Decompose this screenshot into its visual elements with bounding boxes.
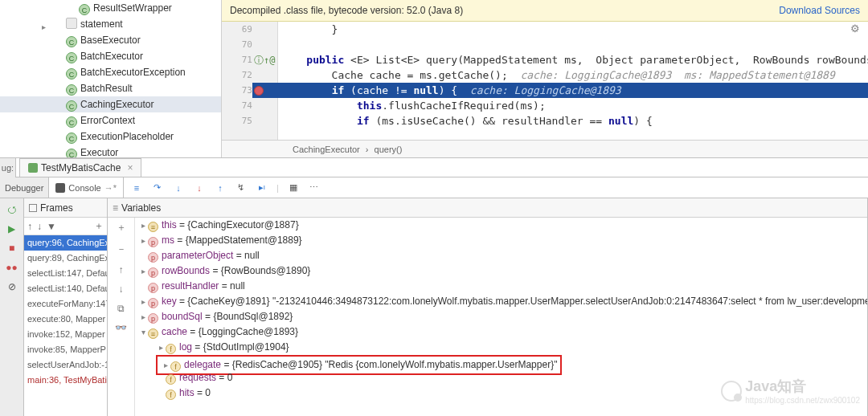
frames-header: Frames: [24, 198, 107, 218]
debug-toolbar: Debugger Console →* ≡ ↷ ↓ ↓ ↑ ↯ ▸I | ▦ ⋯: [0, 177, 868, 198]
evaluate-expression-icon[interactable]: ▦: [287, 181, 300, 194]
decompiled-banner: Decompiled .class file, bytecode version…: [222, 0, 868, 22]
run-to-cursor-icon[interactable]: ▸I: [256, 181, 268, 194]
variable-row[interactable]: frequests = 0: [135, 370, 867, 385]
variable-row[interactable]: presultHandler = null: [135, 279, 867, 294]
variable-row[interactable]: ▸fdelegate = {RedisCache@1905} "Redis {c…: [135, 355, 867, 370]
class-icon: C: [66, 116, 77, 128]
next-frame-icon[interactable]: ↓: [37, 221, 42, 232]
var-badge-icon: p: [148, 298, 158, 308]
var-badge-icon: p: [148, 237, 158, 247]
tree-item-resultsetwrapper[interactable]: CResultSetWrapper: [0, 0, 221, 16]
variable-row[interactable]: ▸pkey = {CacheKey@1891} "-2132410446:349…: [135, 294, 867, 309]
class-icon: C: [66, 52, 77, 63]
gear-icon[interactable]: ⚙: [850, 22, 863, 35]
close-icon[interactable]: ×: [127, 159, 133, 177]
override-icon[interactable]: ⓘ↑@: [254, 55, 275, 66]
breadcrumb-class[interactable]: CachingExecutor: [293, 145, 360, 154]
exception-icon: C: [66, 68, 77, 80]
variables-panel: ≡ Variables ＋ － ↑ ↓ ⧉ 👓 ▸≡this = {Cachin…: [108, 198, 868, 416]
tab-testmybatiscache[interactable]: TestMyBatisCache ×: [19, 158, 141, 177]
code-line-70[interactable]: 70: [222, 37, 868, 52]
variable-row[interactable]: pparameterObject = null: [135, 248, 867, 263]
mute-breakpoints-icon[interactable]: ⊘: [6, 280, 18, 293]
tree-item-executionplaceholder[interactable]: CExecutionPlaceholder: [0, 128, 221, 145]
tree-item-baseexecutor[interactable]: CBaseExecutor: [0, 32, 221, 48]
console-tab[interactable]: Console →*: [49, 177, 124, 198]
variable-row[interactable]: ▾≡cache = {LoggingCache@1893}: [135, 324, 867, 340]
frame-item[interactable]: query:89, CachingEx: [24, 251, 107, 266]
copy-icon[interactable]: ⧉: [117, 303, 125, 314]
down-icon[interactable]: ↓: [119, 283, 124, 295]
frame-item[interactable]: selectList:140, Defau: [24, 281, 107, 296]
tree-item-cachingexecutor[interactable]: CCachingExecutor: [0, 96, 221, 112]
debug-left-toolbar: ⭯ ▶ ■ ●● ⊘: [0, 198, 24, 416]
code-line-73[interactable]: 73 if (cache != null) { cache: LoggingCa…: [222, 83, 868, 98]
class-icon: C: [79, 4, 90, 15]
frame-item[interactable]: selectList:147, Defau: [24, 266, 107, 281]
frame-item[interactable]: main:36, TestMyBati: [24, 373, 107, 388]
variable-row[interactable]: ▸pboundSql = {BoundSql@1892}: [135, 309, 867, 324]
add-frame-icon[interactable]: ＋: [94, 219, 104, 233]
add-watch-icon[interactable]: ＋: [117, 221, 126, 235]
tree-item-errorcontext[interactable]: CErrorContext: [0, 112, 221, 128]
show-execution-point-icon[interactable]: ≡: [130, 181, 143, 194]
var-badge-icon: f: [166, 374, 176, 385]
download-sources-link[interactable]: Download Sources: [779, 5, 860, 16]
tree-item-executor[interactable]: CExecutor: [0, 145, 221, 157]
package-icon: [66, 18, 77, 29]
frames-icon: [29, 204, 37, 212]
frame-item[interactable]: invoke:152, Mapper: [24, 327, 107, 342]
variable-row[interactable]: ▸≡this = {CachingExecutor@1887}: [135, 218, 867, 233]
editor-panel: Decompiled .class file, bytecode version…: [222, 0, 868, 157]
variable-row[interactable]: ▸pms = {MappedStatement@1889}: [135, 233, 867, 248]
step-out-icon[interactable]: ↑: [214, 181, 227, 194]
remove-watch-icon[interactable]: －: [117, 243, 126, 256]
code-area[interactable]: 69 }7071ⓘ↑@ public <E> List<E> query(Map…: [222, 22, 868, 140]
var-badge-icon: ≡: [148, 328, 158, 339]
glasses-icon[interactable]: 👓: [115, 322, 127, 333]
frames-tools: ↑ ↓ ▼ ＋: [24, 218, 107, 235]
frame-item[interactable]: execute:80, Mapper: [24, 312, 107, 327]
prev-frame-icon[interactable]: ↑: [27, 221, 32, 232]
debugger-tab[interactable]: Debugger: [0, 177, 49, 198]
drop-frame-icon[interactable]: ↯: [235, 181, 248, 194]
breadcrumb-method[interactable]: query(): [375, 145, 403, 154]
tree-item-batchexecutor[interactable]: CBatchExecutor: [0, 48, 221, 64]
class-icon: C: [66, 149, 77, 157]
tree-item-statement[interactable]: ▸statement: [0, 16, 221, 32]
breadcrumb[interactable]: CachingExecutor › query(): [222, 140, 868, 157]
variable-row[interactable]: fhits = 0: [135, 385, 867, 401]
code-line-74[interactable]: 74 this.flushCacheIfRequired(ms);: [222, 98, 868, 113]
tree-item-batchexecutorexception[interactable]: CBatchExecutorException: [0, 64, 221, 80]
variables-header: ≡ Variables: [108, 198, 867, 218]
class-icon: C: [66, 36, 77, 47]
code-line-75[interactable]: 75 if (ms.isUseCache() && resultHandler …: [222, 113, 868, 128]
step-into-icon[interactable]: ↓: [172, 181, 185, 194]
code-line-72[interactable]: 72 Cache cache = ms.getCache(); cache: L…: [222, 67, 868, 83]
breakpoint-icon[interactable]: [254, 86, 264, 96]
force-step-into-icon[interactable]: ↓: [193, 181, 206, 194]
stop-icon[interactable]: ■: [6, 242, 18, 255]
step-over-icon[interactable]: ↷: [151, 181, 164, 194]
console-icon: [55, 183, 65, 193]
rerun-icon[interactable]: ⭯: [6, 203, 18, 216]
variable-row[interactable]: ▸flog = {StdOutImpl@1904}: [135, 340, 867, 355]
frame-item[interactable]: executeForMany:147: [24, 296, 107, 312]
project-tree[interactable]: CResultSetWrapper▸statementCBaseExecutor…: [0, 0, 222, 157]
variable-row[interactable]: ▸prowBounds = {RowBounds@1890}: [135, 263, 867, 279]
runconfig-icon: [28, 163, 38, 173]
resume-icon[interactable]: ▶: [6, 222, 18, 235]
tree-item-batchresult[interactable]: CBatchResult: [0, 80, 221, 96]
view-breakpoints-icon[interactable]: ●●: [6, 261, 18, 274]
debug-tabs: ug: TestMyBatisCache ×: [0, 158, 868, 177]
code-line-69[interactable]: 69 }: [222, 22, 868, 37]
frames-panel: Frames ↑ ↓ ▼ ＋ query:96, CachingExquery:…: [24, 198, 108, 416]
trace-icon[interactable]: ⋯: [308, 181, 321, 194]
code-line-71[interactable]: 71ⓘ↑@ public <E> List<E> query(MappedSta…: [222, 52, 868, 67]
frame-item[interactable]: invoke:85, MapperP: [24, 342, 107, 357]
frame-item[interactable]: query:96, CachingEx: [24, 235, 107, 251]
filter-frames-icon[interactable]: ▼: [47, 221, 56, 232]
frame-item[interactable]: selectUserAndJob:-1: [24, 357, 107, 373]
up-icon[interactable]: ↑: [119, 264, 124, 275]
